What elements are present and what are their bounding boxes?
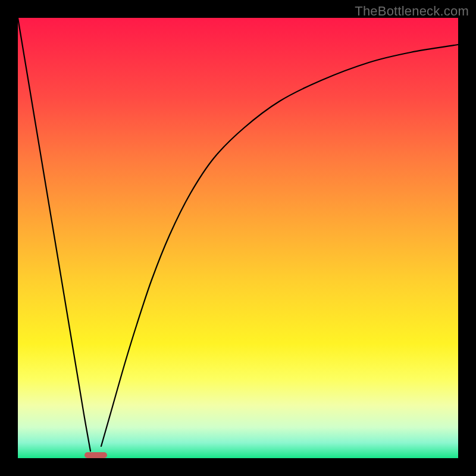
gradient-plot-area: [18, 18, 458, 458]
bottleneck-curve: [18, 18, 458, 458]
chart-frame: TheBottleneck.com: [0, 0, 476, 476]
optimal-range-marker: [84, 452, 107, 458]
series-left-branch: [18, 18, 90, 451]
watermark-text: TheBottleneck.com: [355, 4, 469, 19]
series-right-branch: [101, 45, 458, 446]
